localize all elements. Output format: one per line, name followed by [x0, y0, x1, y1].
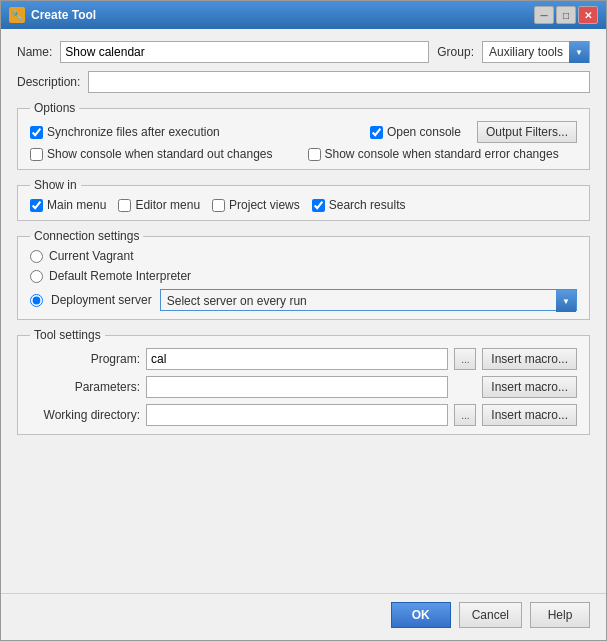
current-vagrant-row: Current Vagrant: [30, 249, 577, 263]
show-console-stderr-checkbox[interactable]: [308, 148, 321, 161]
title-bar: 🔧 Create Tool ─ □ ✕: [1, 1, 606, 29]
deployment-server-label: Deployment server: [51, 293, 152, 307]
name-row: Name: Group: Auxiliary tools ▼: [17, 41, 590, 63]
show-console-stdout-checkbox[interactable]: [30, 148, 43, 161]
tool-settings-section: Tool settings Program: ... Insert macro.…: [17, 328, 590, 435]
show-console-stderr-label: Show console when standard error changes: [325, 147, 559, 161]
close-button[interactable]: ✕: [578, 6, 598, 24]
working-dir-input[interactable]: [146, 404, 448, 426]
program-browse-button[interactable]: ...: [454, 348, 476, 370]
sync-files-label: Synchronize files after execution: [47, 125, 220, 139]
maximize-button[interactable]: □: [556, 6, 576, 24]
window-title: Create Tool: [31, 8, 534, 22]
connection-legend: Connection settings: [30, 229, 143, 243]
program-row: Program: ... Insert macro...: [30, 348, 577, 370]
working-dir-insert-macro-button[interactable]: Insert macro...: [482, 404, 577, 426]
current-vagrant-label: Current Vagrant: [49, 249, 134, 263]
connection-settings-section: Connection settings Current Vagrant Defa…: [17, 229, 590, 320]
window-icon: 🔧: [9, 7, 25, 23]
server-dropdown-text: Select server on every run: [161, 290, 556, 310]
default-remote-row: Default Remote Interpreter: [30, 269, 577, 283]
output-filters-button[interactable]: Output Filters...: [477, 121, 577, 143]
project-views-label: Project views: [229, 198, 300, 212]
description-input[interactable]: [88, 71, 590, 93]
show-in-legend: Show in: [30, 178, 81, 192]
cancel-button[interactable]: Cancel: [459, 602, 522, 628]
group-dropdown-arrow[interactable]: ▼: [569, 41, 589, 63]
options-legend: Options: [30, 101, 79, 115]
working-dir-browse-button[interactable]: ...: [454, 404, 476, 426]
help-button[interactable]: Help: [530, 602, 590, 628]
dialog-content: Name: Group: Auxiliary tools ▼ Descripti…: [1, 29, 606, 593]
sync-checkbox-group: Synchronize files after execution: [30, 125, 220, 139]
create-tool-window: 🔧 Create Tool ─ □ ✕ Name: Group: Auxilia…: [0, 0, 607, 641]
group-dropdown-wrapper: Auxiliary tools ▼: [482, 41, 590, 63]
description-row: Description:: [17, 71, 590, 93]
deployment-server-row: Deployment server Select server on every…: [30, 289, 577, 311]
options-section: Options Synchronize files after executio…: [17, 101, 590, 170]
group-label: Group:: [437, 45, 474, 59]
program-label: Program:: [30, 352, 140, 366]
ok-button[interactable]: OK: [391, 602, 451, 628]
editor-menu-checkbox[interactable]: [118, 199, 131, 212]
show-console-stdout-label: Show console when standard out changes: [47, 147, 273, 161]
sync-files-checkbox[interactable]: [30, 126, 43, 139]
default-remote-radio[interactable]: [30, 270, 43, 283]
tool-settings-legend: Tool settings: [30, 328, 105, 342]
working-dir-row: Working directory: ... Insert macro...: [30, 404, 577, 426]
current-vagrant-radio[interactable]: [30, 250, 43, 263]
deployment-server-radio[interactable]: [30, 294, 43, 307]
minimize-button[interactable]: ─: [534, 6, 554, 24]
default-remote-label: Default Remote Interpreter: [49, 269, 191, 283]
working-dir-label: Working directory:: [30, 408, 140, 422]
main-menu-checkbox[interactable]: [30, 199, 43, 212]
description-label: Description:: [17, 75, 80, 89]
project-views-checkbox[interactable]: [212, 199, 225, 212]
open-console-checkbox-group: Open console: [370, 125, 461, 139]
open-console-checkbox[interactable]: [370, 126, 383, 139]
program-input[interactable]: [146, 348, 448, 370]
options-row2: Show console when standard out changes S…: [30, 147, 577, 161]
parameters-input[interactable]: [146, 376, 448, 398]
main-menu-label: Main menu: [47, 198, 106, 212]
parameters-row: Parameters: Insert macro...: [30, 376, 577, 398]
name-input[interactable]: [60, 41, 429, 63]
options-row1: Synchronize files after execution Open c…: [30, 121, 577, 143]
name-label: Name:: [17, 45, 52, 59]
title-bar-buttons: ─ □ ✕: [534, 6, 598, 24]
server-dropdown-arrow[interactable]: ▼: [556, 290, 576, 312]
program-insert-macro-button[interactable]: Insert macro...: [482, 348, 577, 370]
group-dropdown-text: Auxiliary tools: [483, 41, 569, 63]
show-in-section: Show in Main menu Editor menu Project vi…: [17, 178, 590, 221]
parameters-insert-macro-button[interactable]: Insert macro...: [482, 376, 577, 398]
parameters-label: Parameters:: [30, 380, 140, 394]
server-dropdown-wrapper: Select server on every run ▼: [160, 289, 577, 311]
bottom-bar: OK Cancel Help: [1, 593, 606, 640]
search-results-checkbox[interactable]: [312, 199, 325, 212]
search-results-label: Search results: [329, 198, 406, 212]
editor-menu-label: Editor menu: [135, 198, 200, 212]
open-console-label: Open console: [387, 125, 461, 139]
show-in-row: Main menu Editor menu Project views Sear…: [30, 198, 577, 212]
